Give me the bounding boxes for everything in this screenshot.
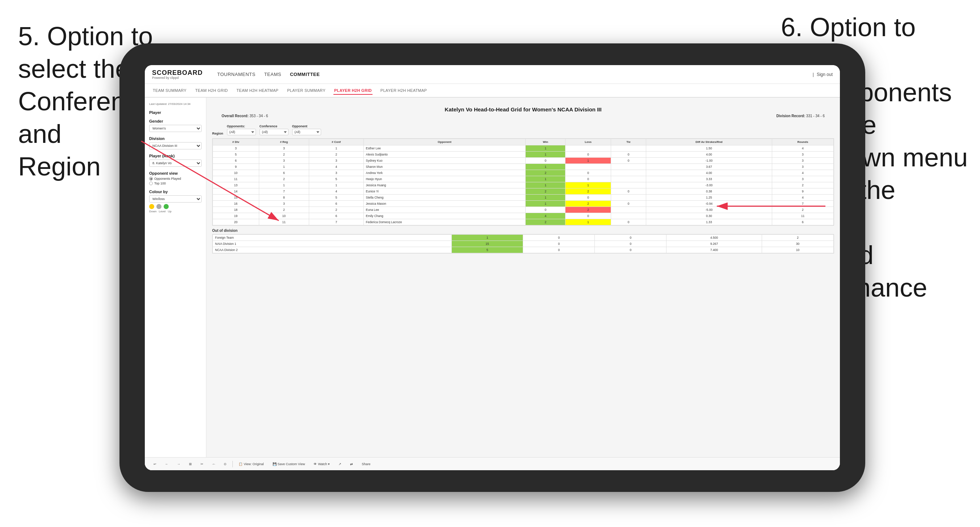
table-row: 1311 Jessica Huang 1 1 -3.00 2 [213, 182, 834, 189]
filter-region-group: Region [212, 132, 223, 135]
nav-bar: SCOREBOARD Powered by clippd TOURNAMENTS… [145, 65, 840, 84]
overall-record-value: 353 - 34 - 6 [250, 114, 268, 118]
tablet-frame: SCOREBOARD Powered by clippd TOURNAMENTS… [119, 43, 865, 492]
colour-up [164, 204, 169, 209]
gender-section: Gender Women's [149, 119, 202, 132]
radio-dot-opponents-played [149, 177, 153, 181]
th-diff: Diff Av Strokes/Rnd [646, 139, 772, 145]
opponent-view-section: Opponent view Opponents Played Top 100 [149, 171, 202, 185]
table-row: 1636 Jessica Mason 1 2 0 -0.94 7 [213, 201, 834, 207]
out-of-division-table-wrapper: Foreign Team 1 0 0 4.500 2 NAIA Division… [212, 234, 834, 254]
division-label: Division [149, 137, 202, 141]
last-updated: Last Updated: 27/03/2024 14:34 [149, 102, 202, 106]
radio-label-opponents-played: Opponents Played [154, 177, 181, 181]
filter-opponent-select[interactable]: (All) [292, 129, 321, 135]
sub-nav: TEAM SUMMARY TEAM H2H GRID TEAM H2H HEAT… [145, 84, 840, 98]
left-panel: Last Updated: 27/03/2024 14:34 Player Ge… [145, 98, 206, 470]
sub-nav-team-h2h-grid[interactable]: TEAM H2H GRID [194, 87, 228, 95]
filter-opponents-select[interactable]: (All) [227, 129, 256, 135]
toolbar-save-view[interactable]: 💾 Save Custom View [270, 461, 308, 467]
th-reg: # Reg [259, 139, 309, 145]
nav-committee[interactable]: COMMITTEE [290, 70, 320, 78]
division-select[interactable]: NCAA Division III [149, 142, 202, 149]
radio-opponents-played[interactable]: Opponents Played [149, 177, 202, 181]
table-row: 522 Alexis Sudjianto 1 0 0 4.00 3 [213, 152, 834, 158]
nav-teams[interactable]: TEAMS [264, 70, 281, 78]
toolbar-sep [232, 461, 233, 467]
th-conf: # Conf [309, 139, 363, 145]
sub-nav-player-h2h-grid[interactable]: PLAYER H2H GRID [333, 87, 372, 95]
toolbar-share[interactable]: Share [359, 461, 373, 467]
filter-conference-group: Conference (All) [259, 124, 288, 135]
gender-label: Gender [149, 119, 202, 123]
sub-nav-player-summary[interactable]: PLAYER SUMMARY [286, 87, 326, 95]
logo-text: SCOREBOARD [152, 70, 203, 76]
sub-nav-team-h2h-heatmap[interactable]: TEAM H2H HEATMAP [235, 87, 279, 95]
opponent-view-radio-group: Opponents Played Top 100 [149, 177, 202, 185]
table-row: 331 Esther Lee 1 1.50 4 [213, 145, 834, 152]
table-body: 331 Esther Lee 1 1.50 4 522 Alexis Sudji [213, 145, 834, 225]
colour-indicators [149, 204, 202, 209]
record-row: Overall Record: 353 - 34 - 6 Division Re… [218, 114, 828, 118]
out-of-division-table: Foreign Team 1 0 0 4.500 2 NAIA Division… [213, 234, 834, 253]
player-rank-select[interactable]: 8. Katelyn Vo [149, 160, 202, 167]
filter-region-label: Region [212, 132, 223, 135]
table-row: 20117 Federica Domecq Lacroze 2 1 0 1.33… [213, 219, 834, 225]
out-of-division-label: Out of division [212, 229, 834, 233]
nav-tournaments[interactable]: TOURNAMENTS [217, 70, 256, 78]
colour-label-level: Level [159, 210, 165, 213]
table-row: 1822 Euna Lee 0 2 -5.00 2 [213, 207, 834, 213]
toolbar-watch[interactable]: 👁 Watch ▾ [310, 461, 333, 467]
main-table-wrapper: # Div # Reg # Conf Opponent Win Loss Tie… [212, 138, 834, 226]
th-tie: Tie [611, 139, 646, 145]
table-header-row: # Div # Reg # Conf Opponent Win Loss Tie… [213, 139, 834, 145]
bottom-toolbar: ↩ ← → ⊞ ✂ ·◦· ⊙ 📋 View: Original 💾 Save … [206, 457, 840, 470]
th-opponent: Opponent [363, 139, 526, 145]
toolbar-compare[interactable]: ⇄ [347, 461, 356, 467]
opponent-view-label: Opponent view [149, 171, 202, 175]
colour-by-section: Colour by Win/loss Down Level Up [149, 189, 202, 213]
radio-label-top-100: Top 100 [154, 182, 166, 185]
table-row: 19106 Emily Chang 4 0 0.30 11 [213, 213, 834, 219]
sub-nav-player-h2h-heatmap[interactable]: PLAYER H2H HEATMAP [380, 87, 428, 95]
radio-dot-top-100 [149, 182, 153, 185]
colour-labels-row: Down Level Up [149, 210, 202, 213]
filter-conference-select[interactable]: (All) [259, 129, 288, 135]
filter-opponent-group: Opponent (All) [292, 124, 321, 135]
th-div: # Div [213, 139, 259, 145]
colour-by-select[interactable]: Win/loss [149, 195, 202, 203]
toolbar-dot2[interactable]: ⊙ [221, 461, 229, 467]
filter-conference-label: Conference [259, 124, 288, 128]
table-row: NCAA Division 2 5 0 0 7.400 10 [213, 247, 834, 253]
gender-select[interactable]: Women's [149, 125, 202, 132]
sub-nav-team-summary[interactable]: TEAM SUMMARY [152, 87, 187, 95]
table-row: NAIA Division 1 15 0 0 9.267 30 [213, 241, 834, 247]
page-title: Katelyn Vo Head-to-Head Grid for Women's… [218, 106, 828, 113]
out-of-division-body: Foreign Team 1 0 0 4.500 2 NAIA Division… [213, 235, 834, 253]
nav-items: TOURNAMENTS TEAMS COMMITTEE [217, 70, 802, 78]
colour-by-label: Colour by [149, 189, 202, 194]
th-loss: Loss [565, 139, 611, 145]
filter-opponents-label: Opponents: [227, 124, 256, 128]
player-section: Player [149, 110, 202, 115]
player-label: Player [149, 110, 202, 115]
th-rounds: Rounds [772, 139, 834, 145]
table-row: 633 Sydney Kuo 0 1 0 -1.00 3 [213, 158, 834, 164]
colour-label-down: Down [149, 210, 156, 213]
radio-top-100[interactable]: Top 100 [149, 182, 202, 185]
filter-row: Region Opponents: (All) Conference (All) [212, 124, 834, 135]
filter-opponent-label: Opponent [292, 124, 321, 128]
toolbar-dot1[interactable]: ·◦· [209, 461, 218, 467]
table-row: 1474 Eunice Yi 2 2 0 0.38 9 [213, 189, 834, 195]
overall-record-label: Overall Record: [221, 114, 248, 118]
colour-label-up: Up [168, 210, 172, 213]
nav-right: | Sign out [813, 72, 833, 77]
main-content: Last Updated: 27/03/2024 14:34 Player Ge… [145, 98, 840, 470]
sign-out-link[interactable]: Sign out [817, 72, 833, 77]
division-section: Division NCAA Division III [149, 137, 202, 149]
toolbar-export[interactable]: ↗ [336, 461, 344, 467]
table-row: Foreign Team 1 0 0 4.500 2 [213, 235, 834, 241]
colour-level [156, 204, 161, 209]
content-area: Katelyn Vo Head-to-Head Grid for Women's… [206, 98, 840, 470]
toolbar-view-original[interactable]: 📋 View: Original [235, 461, 266, 467]
